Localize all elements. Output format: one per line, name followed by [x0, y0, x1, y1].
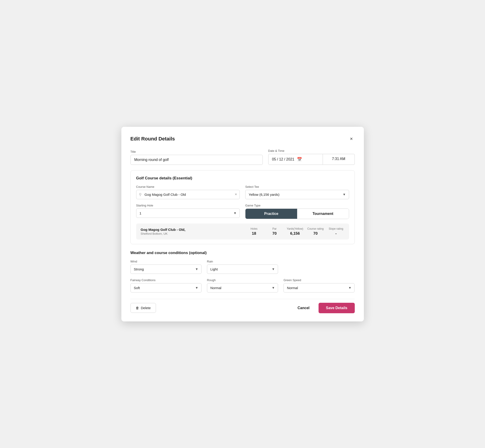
modal-header: Edit Round Details × — [130, 135, 355, 143]
date-value: 05 / 12 / 2021 — [272, 157, 294, 161]
green-speed-group: Green Speed SlowNormalFastVery Fast ▼ — [283, 278, 355, 293]
modal-footer: 🗑 Delete Cancel Save Details — [130, 299, 355, 313]
rain-select-wrap: NoneLightModerateHeavy ▼ — [207, 264, 278, 274]
golf-course-section: Golf Course details (Essential) Course N… — [130, 170, 355, 244]
close-button[interactable]: × — [348, 135, 355, 143]
green-speed-label: Green Speed — [283, 278, 355, 282]
delete-button[interactable]: 🗑 Delete — [130, 303, 156, 313]
select-tee-wrap: Yellow (6,156 yards) White (6,400 yards)… — [245, 190, 349, 199]
delete-label: Delete — [141, 306, 151, 310]
time-value: 7:31 AM — [332, 157, 345, 161]
yards-label: Yards(Yellow) — [287, 227, 303, 230]
course-info-bar: Gog Magog Golf Club - Old, Shelford Bott… — [136, 224, 349, 240]
course-tee-row: Course Name ⚲ × Select Tee Yellow (6,156… — [136, 185, 349, 199]
cancel-button[interactable]: Cancel — [294, 303, 313, 313]
course-stat-holes: Holes 18 — [242, 227, 263, 236]
green-speed-select-wrap: SlowNormalFastVery Fast ▼ — [283, 283, 355, 293]
datetime-row: 05 / 12 / 2021 📅 7:31 AM — [268, 154, 355, 165]
slope-rating-label: Slope rating — [329, 227, 343, 230]
course-stat-par: Par 70 — [263, 227, 283, 236]
golf-section-title: Golf Course details (Essential) — [136, 176, 349, 181]
edit-round-modal: Edit Round Details × Title Date & Time 0… — [121, 127, 364, 321]
rough-select[interactable]: SoftNormalHardWet — [207, 283, 278, 293]
footer-right: Cancel Save Details — [294, 303, 355, 313]
wind-rain-row: Wind NoneLightModerateStrongVery Strong … — [130, 260, 355, 274]
green-speed-select[interactable]: SlowNormalFastVery Fast — [283, 283, 355, 293]
course-rating-label: Course rating — [307, 227, 323, 230]
hole-gametype-row: Starting Hole 1234 5678 910 ▼ Game Type … — [136, 204, 349, 219]
select-tee-group: Select Tee Yellow (6,156 yards) White (6… — [245, 185, 349, 199]
wind-label: Wind — [130, 260, 202, 263]
fairway-label: Fairway Conditions — [130, 278, 202, 282]
course-name-group: Course Name ⚲ × — [136, 185, 240, 199]
fairway-rough-green-row: Fairway Conditions SoftNormalHardWet ▼ R… — [130, 278, 355, 293]
wind-group: Wind NoneLightModerateStrongVery Strong … — [130, 260, 202, 274]
tournament-toggle-button[interactable]: Tournament — [297, 209, 349, 219]
title-label: Title — [130, 150, 263, 153]
weather-title: Weather and course conditions (optional) — [130, 251, 355, 255]
slope-rating-value: - — [335, 231, 337, 236]
rough-label: Rough — [207, 278, 278, 282]
rain-group: Rain NoneLightModerateHeavy ▼ — [207, 260, 278, 274]
course-name-clear-button[interactable]: × — [235, 192, 237, 197]
fairway-group: Fairway Conditions SoftNormalHardWet ▼ — [130, 278, 202, 293]
top-row: Title Date & Time 05 / 12 / 2021 📅 7:31 … — [130, 149, 355, 165]
course-name-label: Course Name — [136, 185, 240, 189]
game-type-label: Game Type — [245, 204, 349, 207]
course-stat-slope-rating: Slope rating - — [324, 227, 345, 236]
starting-hole-group: Starting Hole 1234 5678 910 ▼ — [136, 204, 240, 219]
course-info-name: Gog Magog Golf Club - Old, Shelford Bott… — [141, 228, 242, 235]
par-value: 70 — [272, 231, 277, 236]
select-tee-input[interactable]: Yellow (6,156 yards) White (6,400 yards)… — [245, 190, 349, 199]
holes-label: Holes — [251, 227, 258, 230]
datetime-field-group: Date & Time 05 / 12 / 2021 📅 7:31 AM — [268, 149, 355, 165]
course-stat-course-rating: Course rating 70 — [304, 227, 324, 236]
wind-select[interactable]: NoneLightModerateStrongVery Strong — [130, 264, 202, 274]
time-input-box[interactable]: 7:31 AM — [323, 154, 355, 165]
rough-select-wrap: SoftNormalHardWet ▼ — [207, 283, 278, 293]
course-name-input-wrap: ⚲ × — [136, 190, 240, 199]
course-info-name-text: Gog Magog Golf Club - Old, — [141, 228, 242, 232]
weather-section: Weather and course conditions (optional)… — [130, 251, 355, 293]
select-tee-label: Select Tee — [245, 185, 349, 189]
calendar-icon: 📅 — [297, 157, 302, 162]
save-button[interactable]: Save Details — [319, 303, 355, 313]
rough-group: Rough SoftNormalHardWet ▼ — [207, 278, 278, 293]
practice-toggle-button[interactable]: Practice — [245, 209, 297, 219]
course-name-input[interactable] — [136, 190, 240, 199]
starting-hole-input[interactable]: 1234 5678 910 — [136, 208, 240, 218]
datetime-label: Date & Time — [268, 149, 355, 152]
starting-hole-wrap: 1234 5678 910 ▼ — [136, 208, 240, 218]
search-icon: ⚲ — [139, 192, 142, 197]
game-type-toggle: Practice Tournament — [245, 208, 349, 219]
title-field-group: Title — [130, 150, 263, 165]
par-label: Par — [272, 227, 277, 230]
wind-select-wrap: NoneLightModerateStrongVery Strong ▼ — [130, 264, 202, 274]
starting-hole-label: Starting Hole — [136, 204, 240, 207]
yards-value: 6,156 — [290, 231, 300, 236]
course-info-location: Shelford Bottom, UK — [141, 232, 242, 235]
course-rating-value: 70 — [313, 231, 318, 236]
fairway-select-wrap: SoftNormalHardWet ▼ — [130, 283, 202, 293]
course-stat-yards: Yards(Yellow) 6,156 — [283, 227, 304, 236]
rain-select[interactable]: NoneLightModerateHeavy — [207, 264, 278, 274]
rain-label: Rain — [207, 260, 278, 263]
holes-value: 18 — [252, 231, 256, 236]
trash-icon: 🗑 — [136, 306, 139, 310]
fairway-select[interactable]: SoftNormalHardWet — [130, 283, 202, 293]
title-input[interactable] — [130, 155, 263, 165]
modal-title: Edit Round Details — [130, 136, 175, 142]
date-input-box[interactable]: 05 / 12 / 2021 📅 — [268, 154, 323, 165]
rain-row-spacer — [283, 260, 355, 274]
game-type-group: Game Type Practice Tournament — [245, 204, 349, 219]
